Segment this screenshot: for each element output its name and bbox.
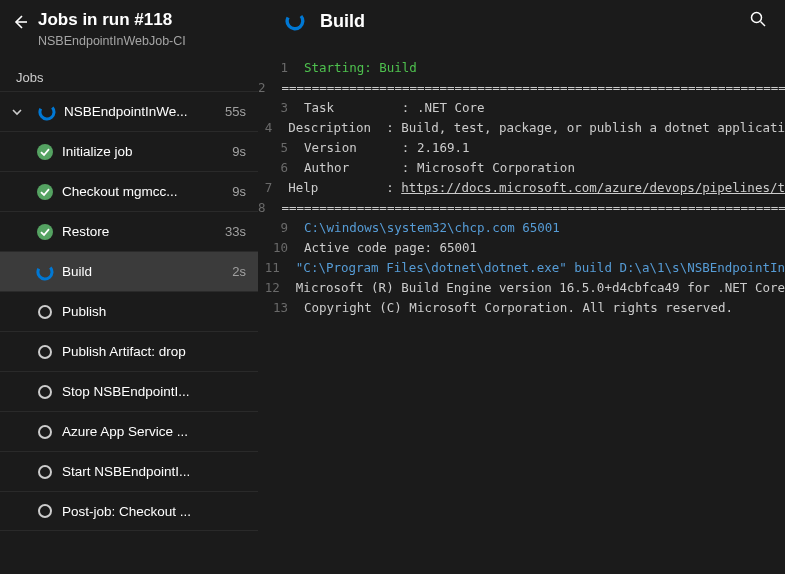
status-icon [34, 221, 56, 243]
line-number: 7 [258, 178, 288, 198]
log-line: 10Active code page: 65001 [258, 238, 785, 258]
line-number: 5 [258, 138, 304, 158]
log-output[interactable]: 1Starting: Build2=======================… [258, 38, 785, 574]
line-number: 11 [258, 258, 296, 278]
line-number: 3 [258, 98, 304, 118]
status-icon [34, 381, 56, 403]
search-icon[interactable] [749, 10, 767, 32]
jobs-sidebar: Jobs in run #118 NSBEndpointInWebJob-CI … [0, 0, 258, 574]
status-icon [34, 461, 56, 483]
running-icon [284, 10, 306, 32]
step-duration: 9s [232, 144, 246, 159]
line-text: Author : Microsoft Corporation [304, 158, 575, 178]
step-row[interactable]: Azure App Service ... [0, 411, 258, 451]
run-title: Jobs in run #118 [38, 10, 186, 30]
step-label: Publish [62, 304, 246, 319]
step-label: Start NSBEndpointI... [62, 464, 246, 479]
chevron-down-icon[interactable] [8, 106, 26, 118]
line-text: "C:\Program Files\dotnet\dotnet.exe" bui… [296, 258, 785, 278]
step-label: Stop NSBEndpointI... [62, 384, 246, 399]
step-row[interactable]: Publish [0, 291, 258, 331]
log-line: 13Copyright (C) Microsoft Corporation. A… [258, 298, 785, 318]
status-icon [34, 181, 56, 203]
step-label: Restore [62, 224, 225, 239]
line-text: Microsoft (R) Build Engine version 16.5.… [296, 278, 785, 298]
line-text: Copyright (C) Microsoft Corporation. All… [304, 298, 733, 318]
sidebar-header: Jobs in run #118 NSBEndpointInWebJob-CI [0, 0, 258, 60]
step-row[interactable]: Start NSBEndpointI... [0, 451, 258, 491]
line-text: Version : 2.169.1 [304, 138, 470, 158]
line-text: Description : Build, test, package, or p… [288, 118, 785, 138]
step-row[interactable]: Stop NSBEndpointI... [0, 371, 258, 411]
log-line: 4Description : Build, test, package, or … [258, 118, 785, 138]
log-line: 9C:\windows\system32\chcp.com 65001 [258, 218, 785, 238]
status-icon [34, 301, 56, 323]
step-label: Azure App Service ... [62, 424, 246, 439]
step-row[interactable]: Checkout mgmcc...9s [0, 171, 258, 211]
step-label: Checkout mgmcc... [62, 184, 232, 199]
line-text: Help : https://docs.microsoft.com/azure/… [288, 178, 785, 198]
job-name: NSBEndpointInWe... [64, 104, 225, 119]
line-text: Starting: Build [304, 58, 417, 78]
line-number: 2 [258, 78, 282, 98]
line-number: 8 [258, 198, 282, 218]
line-text: Task : .NET Core [304, 98, 485, 118]
log-panel: Build 1Starting: Build2=================… [258, 0, 785, 574]
log-line: 3Task : .NET Core [258, 98, 785, 118]
svg-point-5 [36, 263, 54, 281]
line-number: 12 [258, 278, 296, 298]
pipeline-name: NSBEndpointInWebJob-CI [38, 34, 186, 48]
line-number: 13 [258, 298, 304, 318]
line-text: C:\windows\system32\chcp.com 65001 [304, 218, 560, 238]
log-line: 8=======================================… [258, 198, 785, 218]
step-duration: 33s [225, 224, 246, 239]
line-number: 10 [258, 238, 304, 258]
log-line: 11"C:\Program Files\dotnet\dotnet.exe" b… [258, 258, 785, 278]
log-line: 2=======================================… [258, 78, 785, 98]
line-number: 9 [258, 218, 304, 238]
status-icon [34, 141, 56, 163]
step-label: Publish Artifact: drop [62, 344, 246, 359]
log-line: 7Help : https://docs.microsoft.com/azure… [258, 178, 785, 198]
status-icon [34, 341, 56, 363]
line-text: Active code page: 65001 [304, 238, 477, 258]
step-row[interactable]: Initialize job9s [0, 131, 258, 171]
log-line: 6Author : Microsoft Corporation [258, 158, 785, 178]
job-duration: 55s [225, 104, 246, 119]
line-number: 6 [258, 158, 304, 178]
jobs-section-heading: Jobs [0, 60, 258, 91]
line-text: ========================================… [282, 198, 785, 218]
step-row[interactable]: Build2s [0, 251, 258, 291]
line-text: ========================================… [282, 78, 785, 98]
log-line: 12Microsoft (R) Build Engine version 16.… [258, 278, 785, 298]
line-number: 1 [258, 58, 304, 78]
svg-point-1 [38, 103, 56, 121]
step-row[interactable]: Publish Artifact: drop [0, 331, 258, 371]
step-label: Build [62, 264, 232, 279]
status-icon [34, 421, 56, 443]
step-duration: 9s [232, 184, 246, 199]
step-label: Initialize job [62, 144, 232, 159]
log-line: 1Starting: Build [258, 58, 785, 78]
help-link[interactable]: https://docs.microsoft.com/azure/devops/… [401, 180, 785, 195]
log-title: Build [320, 11, 749, 32]
svg-point-7 [752, 13, 762, 23]
running-icon [36, 101, 58, 123]
step-label: Post-job: Checkout ... [62, 504, 246, 519]
back-arrow-icon[interactable] [12, 14, 28, 34]
svg-point-3 [37, 184, 53, 200]
line-number: 4 [258, 118, 288, 138]
step-row[interactable]: Restore33s [0, 211, 258, 251]
log-header: Build [258, 0, 785, 38]
step-duration: 2s [232, 264, 246, 279]
log-line: 5Version : 2.169.1 [258, 138, 785, 158]
status-icon [34, 261, 56, 283]
status-icon [34, 500, 56, 522]
svg-line-8 [761, 22, 766, 27]
svg-point-2 [37, 144, 53, 160]
svg-point-4 [37, 224, 53, 240]
step-row[interactable]: Post-job: Checkout ... [0, 491, 258, 531]
job-row[interactable]: NSBEndpointInWe... 55s [0, 91, 258, 131]
svg-point-6 [285, 11, 305, 31]
